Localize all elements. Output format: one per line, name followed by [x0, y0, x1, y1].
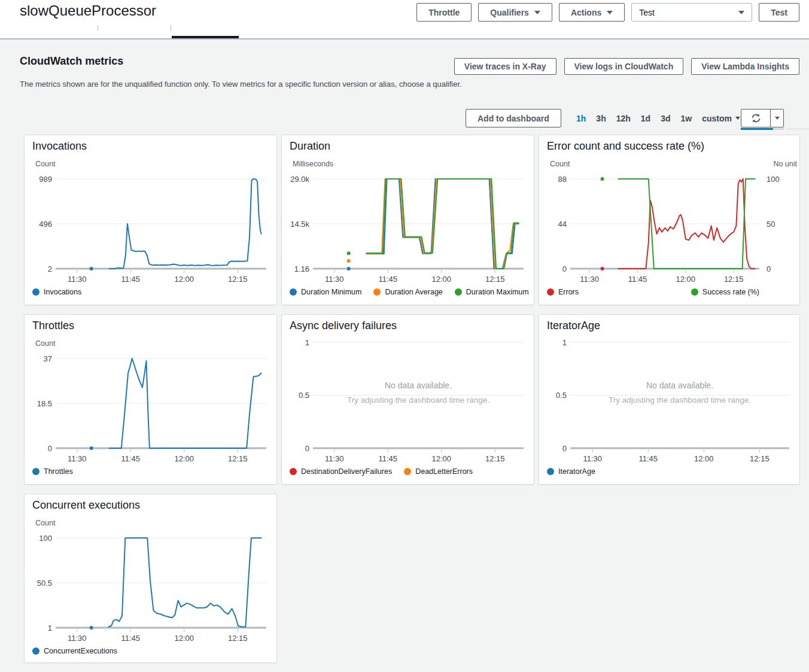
chart-legend: Duration MinimumDuration AverageDuration…: [290, 288, 526, 296]
legend-item[interactable]: ConcurrentExecutions: [32, 647, 117, 655]
chart-title: Duration: [290, 140, 330, 153]
refresh-progress-bar: [741, 128, 784, 130]
time-range-selector: 1h 3h 12h 1d 3d 1w custom: [576, 109, 740, 127]
svg-text:29.0k: 29.0k: [290, 175, 309, 184]
svg-text:No data available.: No data available.: [646, 381, 713, 390]
add-to-dashboard-button[interactable]: Add to dashboard: [466, 109, 561, 127]
throttle-button[interactable]: Throttle: [416, 3, 472, 22]
view-logs-cloudwatch-button[interactable]: View logs in CloudWatch: [564, 58, 684, 75]
svg-text:No data available.: No data available.: [385, 381, 452, 390]
time-range-custom[interactable]: custom: [702, 114, 740, 123]
svg-text:0.5: 0.5: [556, 391, 567, 400]
chevron-down-icon: [534, 11, 540, 14]
throttle-button-label: Throttle: [428, 8, 460, 17]
refresh-progress-fill: [741, 128, 773, 130]
view-lambda-insights-button[interactable]: View Lambda Insights: [691, 58, 799, 75]
legend-label: Duration Average: [385, 288, 442, 296]
legend-label: IteratorAge: [558, 467, 595, 476]
svg-text:12:00: 12:00: [175, 454, 194, 463]
svg-text:11:45: 11:45: [121, 275, 140, 284]
legend-item[interactable]: Duration Average: [373, 288, 442, 296]
qualifiers-button[interactable]: Qualifiers: [478, 3, 552, 22]
time-range-1d[interactable]: 1d: [641, 114, 650, 123]
svg-text:12:15: 12:15: [485, 275, 505, 284]
legend-label: Invocations: [44, 288, 81, 296]
svg-text:0: 0: [48, 444, 52, 453]
svg-text:12:15: 12:15: [228, 454, 248, 463]
legend-item[interactable]: Duration Minimum: [290, 288, 361, 296]
metric-card-error-count-success-rate: Error count and success rate (%) 8844010…: [539, 135, 800, 305]
test-event-select-value: Test: [639, 8, 655, 17]
svg-text:No unit: No unit: [773, 160, 797, 168]
legend-item[interactable]: Success rate (%): [691, 288, 759, 296]
time-range-1h[interactable]: 1h: [576, 114, 586, 123]
svg-text:11:30: 11:30: [68, 275, 87, 284]
test-button-label: Test: [771, 8, 787, 17]
time-range-12h[interactable]: 12h: [616, 114, 631, 123]
chevron-down-icon: [607, 11, 613, 14]
refresh-button[interactable]: [741, 109, 771, 127]
qualifiers-button-label: Qualifiers: [490, 8, 529, 17]
legend-label: ConcurrentExecutions: [44, 647, 117, 655]
chart-title: IteratorAge: [547, 320, 600, 332]
view-traces-xray-button[interactable]: View traces in X-Ray: [454, 58, 556, 75]
svg-text:1.16: 1.16: [294, 264, 309, 273]
legend-item[interactable]: Duration Maximum: [455, 288, 529, 296]
svg-text:1: 1: [305, 338, 309, 347]
svg-text:88: 88: [558, 175, 567, 184]
error-count-success-rate-chart[interactable]: 8844010050011:3011:4512:0012:15CountNo u…: [539, 156, 799, 306]
legend-swatch: [691, 288, 698, 296]
svg-text:12:15: 12:15: [750, 454, 770, 463]
legend-label: Throttles: [44, 467, 73, 476]
time-range-1w[interactable]: 1w: [681, 114, 692, 123]
actions-button[interactable]: Actions: [559, 3, 625, 22]
legend-item[interactable]: DestinationDeliveryFailures: [290, 467, 392, 476]
legend-swatch: [32, 468, 39, 475]
svg-text:14.5k: 14.5k: [290, 220, 309, 229]
time-range-3h[interactable]: 3h: [596, 114, 606, 123]
legend-label: Duration Minimum: [301, 288, 361, 296]
async-delivery-failures-chart[interactable]: 10.5011:3011:4512:0012:15No data availab…: [282, 336, 534, 485]
legend-label: Success rate (%): [702, 288, 759, 296]
svg-text:11:45: 11:45: [628, 275, 647, 284]
svg-text:Count: Count: [550, 160, 570, 168]
test-button[interactable]: Test: [759, 3, 799, 22]
legend-label: DestinationDeliveryFailures: [301, 467, 392, 476]
invocations-chart[interactable]: 989496211:3011:4512:0012:15Count: [25, 156, 276, 306]
legend-item[interactable]: IteratorAge: [547, 467, 595, 476]
time-range-3d[interactable]: 3d: [661, 114, 670, 123]
metric-card-invocations: Invocations 989496211:3011:4512:0012:15C…: [24, 135, 277, 305]
duration-chart[interactable]: 29.0k14.5k1.1611:3011:4512:0012:15Millis…: [282, 156, 534, 306]
concurrent-executions-chart[interactable]: 10050.5111:3011:4512:0012:15Count: [25, 515, 276, 665]
svg-text:11:30: 11:30: [583, 454, 602, 463]
chevron-down-icon: [775, 117, 780, 120]
svg-text:44: 44: [558, 220, 567, 229]
legend-label: Errors: [558, 288, 579, 296]
svg-text:0: 0: [562, 264, 567, 273]
svg-text:11:45: 11:45: [121, 634, 140, 643]
throttles-chart[interactable]: 3718.5011:3011:4512:0012:15Count: [25, 336, 276, 485]
refresh-icon: [751, 113, 761, 123]
svg-text:11:30: 11:30: [68, 634, 87, 643]
section-description: The metrics shown are for the unqualifie…: [20, 80, 462, 89]
metric-card-concurrent-executions: Concurrent executions 10050.5111:3011:45…: [24, 494, 277, 663]
chart-title: Error count and success rate (%): [547, 140, 704, 153]
svg-text:12:00: 12:00: [676, 275, 696, 284]
metrics-grid: Invocations 989496211:3011:4512:0012:15C…: [24, 135, 800, 663]
svg-text:12:15: 12:15: [724, 275, 744, 284]
svg-text:0: 0: [767, 264, 771, 273]
view-lambda-insights-label: View Lambda Insights: [701, 62, 789, 71]
legend-item[interactable]: Throttles: [32, 467, 73, 476]
metric-card-iterator-age: IteratorAge 10.5011:3011:4512:0012:15No …: [539, 314, 800, 485]
actions-button-label: Actions: [571, 8, 601, 17]
svg-text:11:30: 11:30: [580, 275, 599, 284]
refresh-options-button[interactable]: [771, 109, 784, 127]
svg-text:989: 989: [39, 175, 52, 184]
test-event-select[interactable]: Test: [631, 3, 752, 22]
legend-item[interactable]: DeadLetterErrors: [404, 467, 473, 476]
legend-item[interactable]: Invocations: [32, 288, 81, 296]
legend-item[interactable]: Errors: [547, 288, 579, 296]
legend-swatch: [547, 468, 554, 475]
iterator-age-chart[interactable]: 10.5011:3011:4512:0012:15No data availab…: [539, 336, 799, 485]
chart-title: Async delivery failures: [290, 320, 397, 332]
